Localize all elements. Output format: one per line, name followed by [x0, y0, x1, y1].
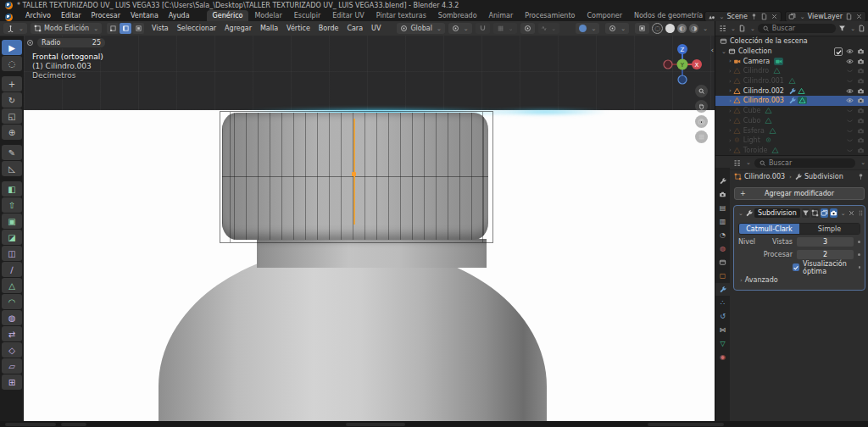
show-on-cage-toggle[interactable]	[802, 208, 810, 218]
workspace-tab-componer[interactable]: Componer	[581, 10, 628, 21]
shrink-fatten-tool[interactable]: ◇	[2, 342, 22, 358]
vertex-select-button[interactable]	[107, 23, 119, 34]
expand-icon[interactable]: ›	[729, 78, 732, 85]
navigation-gizmo[interactable]: Z X Y	[660, 41, 704, 88]
extrude-region-tool[interactable]: ⇧	[2, 197, 22, 213]
advanced-section-row[interactable]: › Avanzado	[737, 274, 862, 286]
exclude-checkbox[interactable]	[834, 47, 843, 56]
menu-ayuda[interactable]: Ayuda	[164, 12, 195, 19]
viewport-levels-field[interactable]: 3	[797, 237, 854, 247]
viewport-menu-cara[interactable]: Cara	[342, 25, 367, 32]
editor-type-button[interactable]: ⌄	[3, 23, 27, 34]
modifier-name-field[interactable]: Subdivision	[754, 208, 800, 218]
expand-icon[interactable]: ›	[729, 58, 732, 64]
mode-selector[interactable]: Modo Edición ⌄	[31, 23, 102, 34]
eye-closed-icon[interactable]	[846, 77, 854, 85]
catmull-clark-button[interactable]: Catmull-Clark	[739, 224, 799, 234]
animate-dot[interactable]	[859, 266, 860, 269]
properties-editor-icon[interactable]	[733, 159, 741, 167]
outliner-row-camera[interactable]: ›Camera	[715, 56, 868, 66]
pan-button[interactable]	[695, 100, 708, 113]
expand-icon[interactable]: ›	[729, 137, 732, 144]
add-cube-tool[interactable]: ◧	[2, 181, 22, 197]
outliner-row-scene-collection[interactable]: Colección de la escena	[715, 36, 868, 47]
move-tool[interactable]: +	[2, 76, 22, 92]
outliner-row-cilindro-003[interactable]: ›Cilindro.003	[715, 96, 868, 106]
render-visibility-icon[interactable]	[857, 97, 865, 104]
viewport-menu-seleccionar[interactable]: Seleccionar	[173, 25, 220, 32]
optimal-display-checkbox[interactable]	[793, 263, 799, 271]
snap-target-dropdown[interactable]: ⌄	[493, 23, 517, 34]
properties-tab-render[interactable]	[715, 188, 730, 201]
wireframe-shading-button[interactable]: ◌	[652, 23, 663, 34]
properties-tab-object[interactable]: ▢	[715, 269, 730, 282]
expand-icon[interactable]: ›	[729, 87, 732, 94]
outliner-row-cilindro[interactable]: ›Cilindro	[715, 66, 868, 76]
workspace-tab-animar[interactable]: Animar	[483, 10, 520, 21]
drag-handle-icon[interactable]	[857, 209, 865, 217]
expand-icon[interactable]: ›	[729, 108, 732, 114]
edge-select-button[interactable]	[120, 23, 131, 34]
show-gizmo-dropdown[interactable]: ⌄	[576, 23, 599, 34]
animate-dot[interactable]	[858, 253, 860, 256]
annotate-tool[interactable]: ✎	[2, 145, 22, 160]
viewport-menu-borde[interactable]: Borde	[314, 25, 343, 32]
workspace-tab-esculpir[interactable]: Esculpir	[288, 10, 327, 21]
viewport-3d[interactable]: Radio 25 Frontal (ortogonal) (1) Cilindr…	[24, 36, 715, 421]
workspace-tab-modelar[interactable]: Modelar	[248, 10, 287, 21]
render-levels-field[interactable]: 2	[797, 250, 854, 259]
zoom-button[interactable]	[695, 85, 708, 97]
properties-tab-physics[interactable]: ↺	[715, 310, 730, 323]
add-modifier-button[interactable]: + Agregar modificador	[734, 187, 865, 200]
properties-tab-object-data[interactable]: ▽	[715, 337, 730, 350]
new-collection-icon[interactable]	[858, 25, 865, 32]
properties-tab-scene[interactable]: ◔	[715, 229, 730, 241]
poly-build-tool[interactable]: △	[2, 278, 22, 293]
workspace-tab-nodos-de-geometría[interactable]: Nodos de geometría	[628, 10, 709, 21]
material-shading-button[interactable]: ◐	[677, 24, 687, 33]
ortho-toggle-button[interactable]	[695, 130, 708, 143]
expand-icon[interactable]: ›	[729, 97, 732, 104]
spin-tool[interactable]: ◠	[2, 294, 22, 309]
transform-orientation[interactable]: Global ⌄	[397, 23, 444, 34]
tweak-tool[interactable]: ▶	[2, 40, 22, 55]
workspace-tab-genérico[interactable]: Genérico	[207, 10, 249, 21]
select-circle-tool[interactable]: ◌	[2, 56, 22, 71]
viewport-menu-malla[interactable]: Malla	[256, 25, 282, 32]
breadcrumb-modifier[interactable]: Subdivision	[804, 173, 843, 180]
outliner-row-cubo[interactable]: ›Cubo	[715, 116, 868, 126]
render-visibility-icon[interactable]	[857, 147, 865, 154]
properties-options-dropdown[interactable]: ⌄	[860, 159, 865, 166]
properties-tab-output[interactable]: ▤	[715, 202, 730, 214]
expand-icon[interactable]: ›	[729, 147, 732, 153]
expand-icon[interactable]: ⌄	[738, 210, 743, 217]
properties-search[interactable]: Buscar	[754, 158, 855, 168]
outliner-row-toroide[interactable]: ›Toroide	[715, 146, 868, 156]
simple-button[interactable]: Simple	[799, 224, 860, 234]
animate-dot[interactable]	[858, 241, 860, 243]
render-visibility-icon[interactable]	[857, 67, 865, 75]
show-render-toggle[interactable]	[830, 208, 837, 218]
edge-slide-tool[interactable]: ⇄	[2, 326, 22, 341]
blender-menu-icon[interactable]	[5, 14, 13, 21]
rendered-shading-button[interactable]: ◑	[689, 24, 698, 33]
outliner-row-cilindro-001[interactable]: ›Cilindro.001	[715, 76, 868, 86]
properties-tab-view-layer[interactable]: ▥	[715, 215, 730, 228]
render-visibility-icon[interactable]	[857, 117, 865, 125]
camera-view-button[interactable]	[695, 115, 708, 128]
viewport-menu-vista[interactable]: Vista	[147, 25, 173, 32]
sidebar-toggle-arrow[interactable]: ‹	[710, 46, 714, 54]
remove-modifier-icon[interactable]	[848, 209, 855, 217]
properties-tab-material[interactable]: ◉	[715, 351, 730, 363]
render-visibility-icon[interactable]	[857, 136, 865, 144]
loop-cut-tool[interactable]: ◫	[2, 246, 22, 261]
face-select-button[interactable]	[132, 23, 144, 34]
transform-tool[interactable]: ⊕	[2, 125, 22, 140]
bevel-tool[interactable]: ◪	[2, 230, 22, 245]
render-visibility-icon[interactable]	[857, 107, 865, 114]
rotate-tool[interactable]: ↻	[2, 92, 22, 108]
filter-icon[interactable]	[838, 25, 846, 32]
smooth-tool[interactable]: ◍	[2, 310, 22, 325]
show-realtime-toggle[interactable]	[821, 208, 828, 218]
rip-region-tool[interactable]: ⊞	[2, 374, 22, 390]
